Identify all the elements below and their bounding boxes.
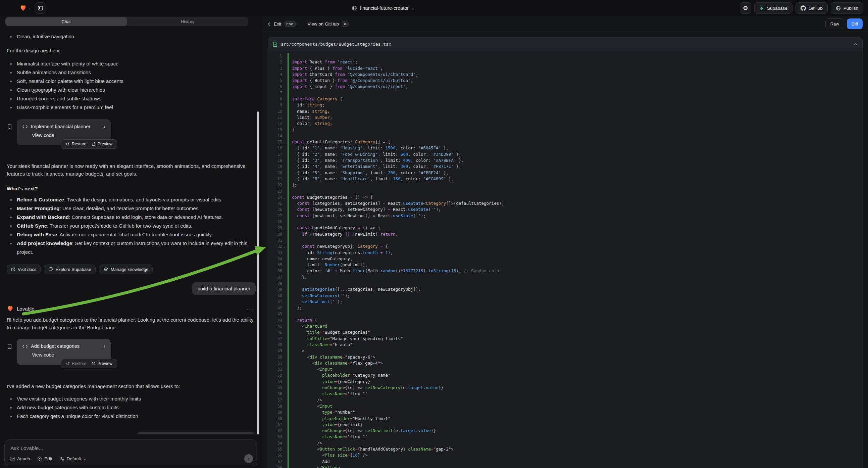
- summary-bullet-list: View existing budget categories with the…: [7, 394, 256, 421]
- code-line: 29⌄ const handleAddCategory = () => {: [268, 225, 862, 231]
- code-line: 17 { id: '2', name: 'Food & Dining', lim…: [268, 151, 862, 157]
- publish-button[interactable]: Publish: [831, 2, 863, 14]
- code-line: 24⌄const BudgetCategories = () => {: [268, 195, 862, 200]
- chat-bubble-icon: [48, 267, 53, 272]
- code-line: 3import { Plus } from 'lucide-react';: [268, 65, 862, 71]
- code-line: 51 <div className="flex gap-4">: [268, 360, 862, 366]
- sliders-icon: [60, 457, 64, 461]
- restore-icon: ↺: [66, 361, 70, 366]
- code-line: 38: [268, 280, 862, 286]
- target-icon: [37, 456, 42, 461]
- file-card: src/components/budget/BudgetCategories.t…: [268, 37, 863, 468]
- code-line: 40 setNewCategory('');: [268, 293, 862, 299]
- code-line: 5import { Button } from '@/components/ui…: [268, 78, 862, 84]
- supabase-button[interactable]: Supabase: [754, 2, 793, 14]
- restore-button[interactable]: ↺ Restore: [66, 361, 87, 366]
- code-line: 33 id: String(categories.length + 1),: [268, 250, 862, 256]
- raw-toggle-button[interactable]: Raw: [826, 19, 844, 29]
- code-line: 58 <Input: [268, 403, 862, 409]
- code-line: 20 { id: '5', name: 'Shopping', limit: 2…: [268, 170, 862, 176]
- code-line: 15⌄const defaultCategories: Category[] =…: [268, 139, 862, 145]
- collapse-chevron-icon[interactable]: [854, 43, 858, 46]
- view-on-github-link[interactable]: View on GitHub G: [308, 21, 349, 27]
- user-message: build a financial planner: [192, 282, 256, 295]
- whats-next-list: Refine & Customize: Tweak the design, an…: [7, 195, 256, 257]
- code-line: 30 if (!newCategory || !newLimit) return…: [268, 231, 862, 237]
- list-item: Master Prompting: Use clear, detailed, a…: [7, 204, 256, 213]
- settings-button[interactable]: ⚙: [740, 2, 751, 14]
- code-line: 12 color: string;: [268, 120, 862, 126]
- list-item: Add new budget categories with custom li…: [7, 403, 256, 412]
- code-line: 65 <Button onClick={handleAddCategory} c…: [268, 446, 862, 452]
- sidebar-toggle-button[interactable]: [35, 2, 46, 14]
- chat-panel: Chat History Clean, intuitive navigation…: [0, 16, 262, 468]
- list-item: Each category gets a unique color for vi…: [7, 412, 256, 421]
- list-item: Expand with Backend: Connect Supabase to…: [7, 213, 256, 222]
- bookmark-icon: [7, 124, 12, 130]
- preview-button[interactable]: Preview: [92, 361, 113, 366]
- list-item: Minimalist interface with plenty of whit…: [7, 59, 256, 68]
- code-line: 56 className="flex-1": [268, 391, 862, 397]
- design-bullet-list: Minimalist interface with plenty of whit…: [7, 59, 256, 112]
- code-line: 41 setNewLimit('');: [268, 299, 862, 305]
- code-line: 63 className="flex-1": [268, 434, 862, 440]
- restore-button[interactable]: ↺ Restore: [66, 141, 87, 147]
- exit-button[interactable]: Exit ESC: [268, 21, 296, 27]
- mode-selector[interactable]: Default ⌄: [60, 456, 87, 461]
- gear-icon: ⚙: [743, 5, 748, 11]
- lovable-logo-menu[interactable]: ⌄: [20, 4, 31, 12]
- code-lines[interactable]: 12import React from 'react';3import { Pl…: [268, 51, 862, 468]
- code-line: 52 <Input: [268, 366, 862, 372]
- github-button[interactable]: GitHub: [796, 2, 828, 14]
- preview-button[interactable]: Preview: [92, 142, 113, 146]
- version-card-1-actions: ↺ Restore Preview: [61, 139, 117, 149]
- code-line: 66 <Plus size={16} />: [268, 452, 862, 458]
- graduation-cap-icon: [103, 267, 108, 272]
- more-options-icon[interactable]: ···: [247, 306, 254, 312]
- visit-docs-button[interactable]: Visit docs: [7, 265, 40, 274]
- chevron-left-icon: [268, 22, 271, 26]
- code-line: 64 />: [268, 440, 862, 446]
- view-code-link[interactable]: View code: [32, 133, 105, 138]
- explore-supabase-button[interactable]: Explore Supabase: [44, 265, 95, 274]
- code-line: 49 >: [268, 348, 862, 354]
- code-line: 35 limit: Number(newLimit),: [268, 262, 862, 268]
- manage-knowledge-button[interactable]: Manage knowledge: [99, 265, 153, 274]
- list-item: Rounded corners and subtle shadows: [7, 94, 256, 103]
- code-line: 14: [268, 133, 862, 139]
- diff-toggle-button[interactable]: Diff: [847, 19, 863, 29]
- list-item: Glass-morphic elements for a premium fee…: [7, 103, 256, 112]
- list-item: Clean typography with clear hierarchies: [7, 86, 256, 94]
- code-line: 45 <ChartCard: [268, 323, 862, 329]
- assistant-paragraph: Your sleek financial planner is now read…: [7, 162, 256, 178]
- code-line: 67 Add: [268, 459, 862, 465]
- code-toolbar: Exit ESC View on GitHub G Raw Diff: [262, 16, 868, 32]
- code-line: 31: [268, 237, 862, 243]
- chat-scrollbar-thumb[interactable]: [257, 112, 259, 434]
- chevron-down-icon: ⌄: [83, 457, 86, 461]
- file-header[interactable]: src/components/budget/BudgetCategories.t…: [268, 38, 862, 51]
- attach-button[interactable]: Attach: [10, 456, 30, 461]
- code-line: 57 />: [268, 397, 862, 403]
- tab-history[interactable]: History: [127, 17, 248, 26]
- github-icon: [801, 5, 806, 11]
- list-item: Soft, neutral color palette with light b…: [7, 77, 256, 86]
- top-bar: ⌄ financial-future-creator ⌄ ⚙: [0, 0, 868, 16]
- composer-input[interactable]: Ask Lovable...: [10, 445, 43, 451]
- chevron-down-icon: ⌄: [28, 6, 31, 10]
- project-name-dropdown[interactable]: financial-future-creator ⌄: [352, 0, 415, 16]
- assistant-paragraph: I'll help you add budget categories to t…: [7, 316, 256, 331]
- view-code-link[interactable]: View code: [32, 352, 105, 357]
- code-line: 37 };: [268, 274, 862, 280]
- version-card-title: Add budget categories: [31, 344, 80, 349]
- edit-button[interactable]: Edit: [37, 456, 52, 461]
- composer[interactable]: Ask Lovable... Attach Edit: [4, 439, 257, 466]
- code-line: 13}: [268, 127, 862, 133]
- design-heading: For the design aesthetic:: [7, 47, 256, 54]
- list-item: Refine & Customize: Tweak the design, an…: [7, 195, 256, 204]
- list-item: Debug with Ease: Activate our experiment…: [7, 230, 256, 239]
- tab-chat[interactable]: Chat: [5, 17, 127, 26]
- code-brackets-icon: [22, 344, 28, 349]
- send-button[interactable]: ↑: [244, 454, 253, 463]
- chat-messages[interactable]: Clean, intuitive navigation For the desi…: [0, 28, 262, 434]
